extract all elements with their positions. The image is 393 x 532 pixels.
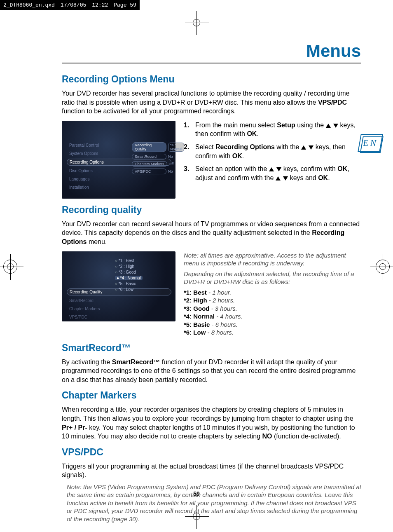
prepress-header: 2_DTH8060_en.qxd 17/08/05 12:22 Page 59 bbox=[0, 0, 140, 10]
vps-pdc-note: Note: the VPS (Video Programming System)… bbox=[62, 483, 363, 523]
header-time: 12:22 bbox=[92, 2, 108, 8]
quality-level-item: *1: Best - 1 hour. bbox=[184, 288, 363, 297]
recording-options-screenshot: Parental ControlSystem OptionsRecording … bbox=[62, 121, 175, 199]
step-3: 3. Select an option with the keys, confi… bbox=[184, 164, 363, 182]
header-page: Page 59 bbox=[114, 2, 136, 8]
header-date: 17/08/05 bbox=[61, 2, 86, 8]
osd-quality-option: *1 : Best bbox=[115, 258, 143, 263]
osd-sub-item: Chapters MarkersOff bbox=[132, 161, 184, 167]
quality-level-item: *3: Good - 3 hours. bbox=[184, 305, 363, 313]
vps-pdc-heading: VPS/PDC bbox=[62, 447, 363, 458]
osd-menu-item: Chapter Markers bbox=[67, 306, 171, 312]
osd-sub-item: SmartRecordNo bbox=[132, 154, 184, 159]
recording-options-intro: Your DVD recorder has several practical … bbox=[62, 89, 363, 116]
step-1: 1. From the main menu select Setup using… bbox=[184, 121, 363, 138]
language-tab-label: EN bbox=[363, 138, 378, 148]
title-rule bbox=[62, 63, 361, 63]
osd-menu-item: SmartRecord bbox=[67, 298, 171, 304]
arrow-down-icon bbox=[276, 167, 281, 171]
quality-level-item: *5: Basic - 6 hours. bbox=[184, 321, 363, 329]
registration-target-right-icon bbox=[376, 260, 390, 274]
osd-menu-item: Languages bbox=[67, 176, 171, 182]
arrow-down-icon bbox=[333, 124, 338, 128]
osd-menu-item: VPS/PDC bbox=[67, 314, 171, 320]
quality-level-item: *6: Low - 8 hours. bbox=[184, 328, 363, 337]
osd-quality-option: *2 : High bbox=[115, 264, 143, 269]
vps-pdc-body: Triggers all your programming at the act… bbox=[62, 462, 363, 480]
osd-sub-item: VPS/PDCNo bbox=[132, 169, 184, 174]
header-filename: 2_DTH8060_en.qxd bbox=[3, 2, 55, 8]
arrow-up-icon bbox=[269, 167, 274, 171]
steps-list: 1. From the main menu select Setup using… bbox=[184, 121, 363, 183]
recording-quality-note1: Note: all times are approximative. Acces… bbox=[184, 251, 363, 267]
osd-quality-option: *3 : Good bbox=[115, 270, 143, 274]
quality-levels-list: *1: Best - 1 hour.*2: High - 2 hours.*3:… bbox=[184, 288, 363, 337]
recording-quality-intro: Your DVD recorder can record several hou… bbox=[62, 220, 363, 246]
osd-menu-item: Installation bbox=[67, 184, 171, 190]
recording-quality-note2: Depending on the adjustment selected, th… bbox=[184, 270, 363, 286]
recording-quality-heading: Recording quality bbox=[62, 204, 363, 216]
recording-options-menu-heading: Recording Options Menu bbox=[62, 74, 363, 85]
smartrecord-heading: SmartRecord™ bbox=[62, 342, 363, 354]
step-2: 2. Select Recording Options with the key… bbox=[184, 143, 363, 160]
recording-quality-screenshot: Recording QualitySmartRecordChapter Mark… bbox=[62, 251, 175, 321]
chapter-markers-body: When recording a title, your recorder or… bbox=[62, 405, 363, 441]
osd-quality-option: *6 : Low bbox=[115, 287, 143, 292]
registration-target-left-icon bbox=[3, 260, 17, 274]
osd-quality-option: *5 : Basic bbox=[115, 281, 143, 286]
chapter-markers-heading: Chapter Markers bbox=[62, 390, 363, 401]
crop-mark-top-icon bbox=[193, 19, 200, 26]
smartrecord-body: By activating the SmartRecord™ function … bbox=[62, 358, 363, 384]
quality-level-item: *4: Normal - 4 hours. bbox=[184, 312, 363, 321]
osd-quality-option: *4 : Normal bbox=[115, 276, 143, 280]
arrow-up-icon bbox=[276, 176, 281, 180]
page-number: 59 bbox=[0, 490, 393, 497]
arrow-down-icon bbox=[309, 145, 313, 150]
quality-level-item: *2: High - 2 hours. bbox=[184, 296, 363, 305]
arrow-down-icon bbox=[283, 176, 288, 180]
page-title: Menus bbox=[306, 41, 361, 61]
arrow-up-icon bbox=[301, 145, 306, 150]
osd-sub-item: Recording Quality*4 : Normal bbox=[132, 142, 184, 152]
arrow-up-icon bbox=[326, 124, 331, 128]
